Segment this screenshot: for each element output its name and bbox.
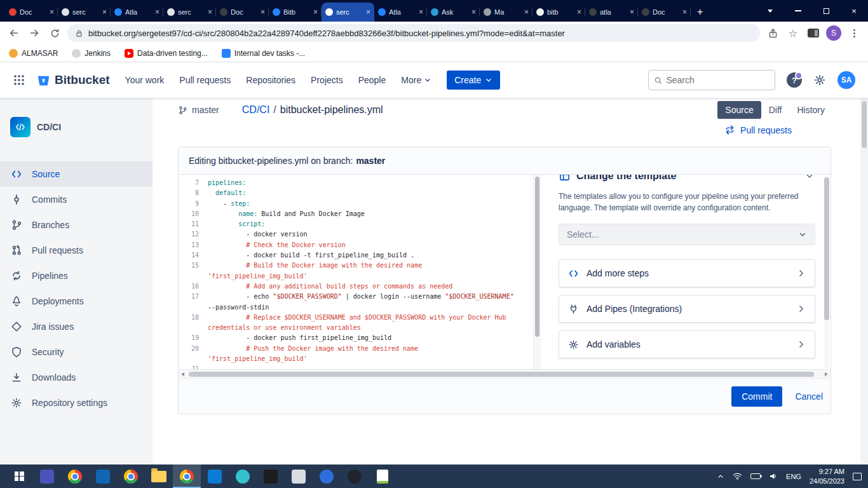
code-row[interactable]: --password-stdin <box>179 302 533 313</box>
editor-vertical-scrollbar[interactable] <box>533 175 541 369</box>
sidebar-item-source[interactable]: Source <box>0 161 153 187</box>
forward-icon[interactable] <box>27 25 42 41</box>
code-row[interactable]: 12 - docker version <box>179 229 533 240</box>
tab-close-icon[interactable]: × <box>419 8 423 17</box>
code-row[interactable]: 21 <box>179 364 533 369</box>
taskbar-app-app-window[interactable] <box>285 464 313 488</box>
browser-tab[interactable]: Bitb× <box>269 3 322 22</box>
nav-item-projects[interactable]: Projects <box>311 75 343 85</box>
sidebar-item-repository-settings[interactable]: Repository settings <box>0 390 153 416</box>
action-center-icon[interactable] <box>853 473 862 480</box>
branch-selector[interactable]: master <box>178 105 219 115</box>
panel-scrollbar[interactable] <box>824 176 829 368</box>
add-more-steps-card[interactable]: Add more steps <box>559 259 815 287</box>
back-icon[interactable] <box>6 25 22 41</box>
tab-close-icon[interactable]: × <box>524 8 529 17</box>
taskbar-app-edge-blue[interactable] <box>313 464 341 488</box>
scroll-right-arrow-icon[interactable] <box>825 372 828 376</box>
code-editor[interactable]: 7pipelines:8 default:9 - step:10 name: B… <box>179 175 533 369</box>
tab-close-icon[interactable]: × <box>50 8 54 17</box>
view-source-button[interactable]: Source <box>717 101 761 119</box>
project-header[interactable]: CD/CI <box>0 117 153 137</box>
tab-close-icon[interactable]: × <box>366 8 370 17</box>
taskbar-app-outlook[interactable] <box>89 464 117 488</box>
code-row[interactable]: 14 - docker build -t first_pipeline_img_… <box>179 250 533 261</box>
collapse-chevron-icon[interactable] <box>805 175 814 180</box>
pull-requests-link[interactable]: Pull requests <box>724 125 792 135</box>
code-row[interactable]: 9 - step: <box>179 199 533 209</box>
bookmark-star-icon[interactable]: ☆ <box>785 25 801 41</box>
address-bar[interactable]: bitbucket.org/sergetest97/cd-ci/src/2808… <box>67 24 760 42</box>
sidebar-item-jira-issues[interactable]: Jira issues <box>0 314 153 339</box>
tab-close-icon[interactable]: × <box>630 8 634 17</box>
tray-expand-icon[interactable] <box>717 473 724 480</box>
language-indicator[interactable]: ENG <box>786 473 801 480</box>
battery-icon[interactable] <box>750 473 761 479</box>
help-icon[interactable]: ? <box>787 72 802 88</box>
code-row[interactable]: 15 # Build the Docker image with the des… <box>179 261 533 271</box>
tab-close-icon[interactable]: × <box>261 8 265 17</box>
breadcrumb-project-link[interactable]: CD/CI <box>242 104 270 116</box>
reload-icon[interactable] <box>47 25 62 41</box>
browser-tab[interactable]: Doc× <box>638 3 691 22</box>
tab-close-icon[interactable]: × <box>155 8 159 17</box>
view-history-button[interactable]: History <box>789 101 832 119</box>
sidebar-item-pipelines[interactable]: Pipelines <box>0 263 153 288</box>
code-row[interactable]: 'first_pipeline_img_build' <box>179 354 533 364</box>
nav-item-repositories[interactable]: Repositories <box>246 75 295 85</box>
browser-tab[interactable]: atla× <box>585 3 638 22</box>
tab-close-icon[interactable]: × <box>471 8 476 17</box>
taskbar-app-vscode[interactable] <box>201 464 229 488</box>
taskbar-clock[interactable]: 9:27 AM 24/05/2023 <box>810 467 844 485</box>
code-row[interactable]: 20 # Push the Docker image with the desi… <box>179 344 533 354</box>
browser-tab[interactable]: Atla× <box>111 3 163 22</box>
browser-tab[interactable]: Doc× <box>5 3 58 22</box>
browser-tab[interactable]: serc× <box>163 3 216 22</box>
nav-item-your-work[interactable]: Your work <box>125 75 165 85</box>
code-row[interactable]: 18 # Replace $DOCKER_USERNAME and $DOCKE… <box>179 313 533 323</box>
browser-menu-icon[interactable] <box>846 25 862 41</box>
network-icon[interactable] <box>733 472 742 480</box>
browser-tab[interactable]: Ask× <box>427 3 480 22</box>
volume-icon[interactable] <box>769 472 778 480</box>
code-row[interactable]: 8 default: <box>179 188 533 198</box>
editor-scrollbar-thumb[interactable] <box>535 177 539 337</box>
sidebar-item-security[interactable]: Security <box>0 339 153 365</box>
code-row[interactable]: 'first_pipeline_img_build' <box>179 271 533 281</box>
browser-tab[interactable]: Atla× <box>374 3 427 22</box>
start-button[interactable] <box>5 464 33 488</box>
taskbar-app-chrome[interactable] <box>61 464 89 488</box>
scroll-left-arrow-icon[interactable] <box>181 372 184 376</box>
add-pipes-integrations--card[interactable]: Add Pipes (Integrations) <box>559 295 815 323</box>
bookmark-item[interactable]: Internal dev tasks -... <box>222 49 305 58</box>
taskbar-app-file-explorer[interactable] <box>145 464 173 488</box>
editor-horizontal-scrollbar[interactable] <box>179 369 831 379</box>
nav-item-pull-requests[interactable]: Pull requests <box>179 75 231 85</box>
tab-close-icon[interactable]: × <box>102 8 107 17</box>
sidebar-item-pull-requests[interactable]: Pull requests <box>0 238 153 263</box>
tab-close-icon[interactable]: × <box>577 8 581 17</box>
tab-close-icon[interactable]: × <box>682 8 687 17</box>
taskbar-app-chrome-current[interactable] <box>173 464 201 488</box>
settings-gear-icon[interactable] <box>813 74 826 86</box>
tab-close-icon[interactable]: × <box>208 8 212 17</box>
nav-item-people[interactable]: People <box>358 75 386 85</box>
sidebar-item-commits[interactable]: Commits <box>0 187 153 212</box>
cancel-link[interactable]: Cancel <box>795 391 823 402</box>
view-diff-button[interactable]: Diff <box>761 101 790 119</box>
side-panel-icon[interactable] <box>806 25 821 41</box>
taskbar-app-chrome-profile[interactable] <box>117 464 145 488</box>
new-tab-button[interactable]: + <box>691 6 709 22</box>
browser-tab[interactable]: Doc× <box>216 3 269 22</box>
browser-tab[interactable]: bitb× <box>532 3 585 22</box>
bookmark-item[interactable]: ALMASAR <box>9 49 58 58</box>
search-input[interactable] <box>666 75 770 85</box>
sidebar-item-branches[interactable]: Branches <box>0 212 153 238</box>
code-row[interactable]: 13 # Check the Docker version <box>179 240 533 250</box>
sidebar-item-deployments[interactable]: Deployments <box>0 288 153 314</box>
browser-profile-avatar[interactable]: S <box>826 25 841 41</box>
nav-item-more[interactable]: More <box>401 75 431 85</box>
panel-scrollbar-thumb[interactable] <box>824 177 829 320</box>
user-avatar[interactable]: SA <box>837 71 855 89</box>
tab-close-icon[interactable]: × <box>313 8 318 17</box>
